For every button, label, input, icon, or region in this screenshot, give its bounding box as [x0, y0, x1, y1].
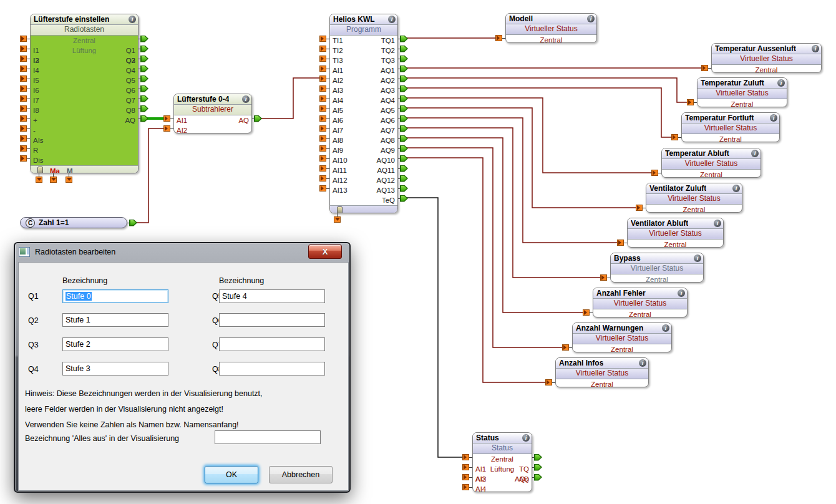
block-helios-kwl-in-AI5[interactable] — [319, 105, 326, 112]
block-luefterstufe-einstellen-in-I5[interactable] — [20, 75, 27, 82]
block-status-in-AI1[interactable] — [462, 454, 469, 460]
info-icon[interactable]: i — [678, 289, 685, 297]
info-icon[interactable]: i — [777, 79, 785, 87]
block-temperatur-aussenluft[interactable]: Temperatur AussenluftiVirtueller StatusZ… — [711, 43, 822, 73]
block-helios-kwl-in-AI9[interactable] — [319, 145, 326, 152]
info-icon[interactable]: i — [751, 150, 759, 157]
field-q8[interactable] — [219, 362, 325, 376]
block-helios-kwl-in-AI6[interactable] — [319, 115, 326, 122]
block-helios-kwl-in-AI8[interactable] — [319, 135, 326, 142]
wire-sub-aq-to-helios-ai2[interactable] — [261, 78, 319, 119]
block-luefterstufe-einstellen-in-I3[interactable] — [20, 56, 27, 62]
block-luefterstufe-einstellen-in-Dis[interactable] — [20, 155, 27, 162]
info-icon[interactable]: i — [714, 220, 721, 227]
block-luefterstufe-einstellen-in-I4[interactable] — [20, 65, 27, 72]
info-icon[interactable]: i — [587, 15, 595, 22]
block-luefterstufe-0-4-in-AI2[interactable] — [163, 125, 170, 132]
block-ventilator-zuluft-in-AI[interactable] — [636, 205, 643, 211]
block-anzahl-infos-in-AI[interactable] — [545, 379, 552, 385]
block-luefterstufe-einstellen-in-+[interactable] — [20, 115, 27, 122]
block-status-in-AI3[interactable] — [462, 474, 469, 480]
block-ventilator-abluft-in-AI[interactable] — [617, 240, 624, 246]
block-luefterstufe-einstellen-in-I6[interactable] — [20, 85, 27, 92]
info-icon[interactable]: i — [662, 324, 669, 332]
block-luefterstufe-einstellen-in-I8[interactable] — [20, 105, 27, 112]
field-q5[interactable] — [219, 289, 325, 303]
dialog-titlebar[interactable]: Radiotasten bearbeiten — [19, 243, 346, 261]
wire-aq2-to-zuluft[interactable] — [407, 78, 687, 102]
block-status-in-AI2[interactable] — [462, 464, 469, 470]
field-q4[interactable] — [62, 362, 168, 376]
block-luefterstufe-einstellen-in-I7[interactable] — [20, 95, 27, 102]
block-luefterstufe-einstellen-in-R[interactable] — [20, 145, 27, 152]
wire-aq8-to-anzahl-fehler[interactable] — [407, 138, 583, 313]
field-q3[interactable] — [62, 337, 168, 351]
block-bypass-in-AI[interactable] — [600, 274, 607, 281]
block-helios-kwl-in-AI13[interactable] — [319, 185, 326, 191]
alles-aus-field[interactable] — [215, 430, 321, 444]
wire-aq3-to-fortluft[interactable] — [407, 88, 671, 137]
info-icon[interactable]: i — [732, 185, 740, 192]
block-temperatur-zuluft[interactable]: Temperatur ZuluftiVirtueller StatusZentr… — [697, 77, 787, 107]
block-anzahl-fehler[interactable]: Anzahl FehleriVirtueller StatusZentralAI — [593, 288, 688, 317]
block-temperatur-zuluft-in-AI[interactable] — [687, 99, 694, 105]
close-icon[interactable]: X — [308, 245, 342, 259]
block-helios-kwl-in-AI1[interactable] — [319, 65, 326, 72]
block-helios-kwl-in-AI3[interactable] — [319, 85, 326, 92]
dialog-radiotasten[interactable]: Radiotasten bearbeiten X Bezeichnung Bez… — [14, 242, 351, 493]
ok-button[interactable]: OK — [205, 466, 258, 483]
info-icon[interactable]: i — [694, 254, 701, 262]
block-luefterstufe-0-4[interactable]: Lüfterstufe 0-4iSubtrahiererAI1AQAI2 — [173, 94, 252, 133]
info-icon[interactable]: i — [770, 114, 777, 122]
block-temperatur-abluft-in-AI[interactable] — [651, 170, 658, 176]
block-luefterstufe-einstellen-in-AIs[interactable] — [20, 135, 27, 142]
block-luefterstufe-einstellen[interactable]: Lüfterstufe einstelleniRadiotastenZentra… — [30, 14, 139, 173]
block-helios-kwl-in-TI1[interactable] — [319, 36, 326, 42]
field-q7[interactable] — [219, 337, 325, 351]
block-helios-kwl-in-AI11[interactable] — [319, 165, 326, 172]
block-status[interactable]: StatusiStatusZentralAI1TQLüftungAI2AQAI3… — [472, 432, 532, 492]
block-luefterstufe-einstellen-in--[interactable] — [20, 125, 27, 132]
block-anzahl-infos[interactable]: Anzahl InfosiVirtueller StatusZentralAI — [555, 357, 649, 387]
block-luefterstufe-einstellen-bottom-pin-0[interactable] — [36, 177, 42, 183]
block-luefterstufe-einstellen-bottom-pin-1[interactable] — [50, 177, 57, 183]
info-icon[interactable]: i — [129, 16, 136, 23]
wire-aq10-to-anzahl-infos[interactable] — [407, 158, 545, 382]
block-modell-in-AI[interactable] — [495, 35, 502, 41]
block-helios-kwl-in-AI12[interactable] — [319, 175, 326, 182]
diagram-canvas[interactable]: Radiotasten bearbeiten X Bezeichnung Bez… — [0, 0, 836, 504]
field-q6[interactable] — [219, 313, 325, 327]
block-luefterstufe-einstellen-in-I2[interactable] — [20, 46, 27, 52]
block-helios-kwl-in-AI4[interactable] — [319, 95, 326, 102]
block-helios-kwl-in-AI2[interactable] — [319, 75, 326, 82]
block-anzahl-warnungen[interactable]: Anzahl WarnungeniVirtueller StatusZentra… — [572, 322, 672, 352]
block-bypass[interactable]: BypassiVirtueller StatusZentralAI — [610, 253, 704, 283]
block-luefterstufe-einstellen-bottom-pin-2[interactable] — [66, 177, 72, 183]
info-icon[interactable]: i — [522, 434, 530, 442]
block-temperatur-fortluft[interactable]: Temperatur FortluftiVirtueller StatusZen… — [681, 112, 780, 142]
block-helios-kwl-in-AI7[interactable] — [319, 125, 326, 132]
wire-aq4-to-abluft[interactable] — [407, 98, 651, 173]
block-helios-kwl-in-TI2[interactable] — [319, 46, 326, 52]
wire-zahl-to-sub-ai2[interactable] — [136, 128, 163, 223]
block-status-in-AI4[interactable] — [462, 484, 469, 490]
block-luefterstufe-0-4-in-AI1[interactable] — [163, 115, 170, 122]
block-temperatur-fortluft-in-AI[interactable] — [671, 134, 678, 140]
wire-teq-to-status[interactable] — [407, 198, 462, 457]
block-helios-kwl-bottom-pin-0[interactable] — [334, 216, 341, 223]
info-icon[interactable]: i — [639, 359, 646, 367]
block-helios-kwl-in-TI3[interactable] — [319, 56, 326, 62]
block-helios-kwl[interactable]: Helios KWLiProgrammTI1TQ1TI2TQ2TI3TQ3AI1… — [329, 14, 398, 213]
block-ventilator-abluft[interactable]: Ventilator AbluftiVirtueller StatusZentr… — [627, 218, 724, 248]
block-modell[interactable]: ModelliVirtueller StatusZentralAI — [505, 13, 597, 43]
field-q2[interactable] — [62, 313, 168, 327]
block-helios-kwl-in-AI10[interactable] — [319, 155, 326, 162]
block-temperatur-abluft[interactable]: Temperatur AbluftiVirtueller StatusZentr… — [661, 148, 761, 178]
field-q1[interactable]: Stufe 0 — [62, 289, 168, 303]
info-icon[interactable]: i — [388, 16, 396, 23]
block-anzahl-warnungen-in-AI[interactable] — [562, 344, 569, 351]
info-icon[interactable]: i — [812, 45, 819, 52]
block-anzahl-fehler-in-AI[interactable] — [583, 309, 590, 316]
cancel-button[interactable]: Abbrechen — [269, 466, 333, 483]
block-zahl-konstante[interactable]: CZahl 1=1 — [20, 217, 127, 228]
